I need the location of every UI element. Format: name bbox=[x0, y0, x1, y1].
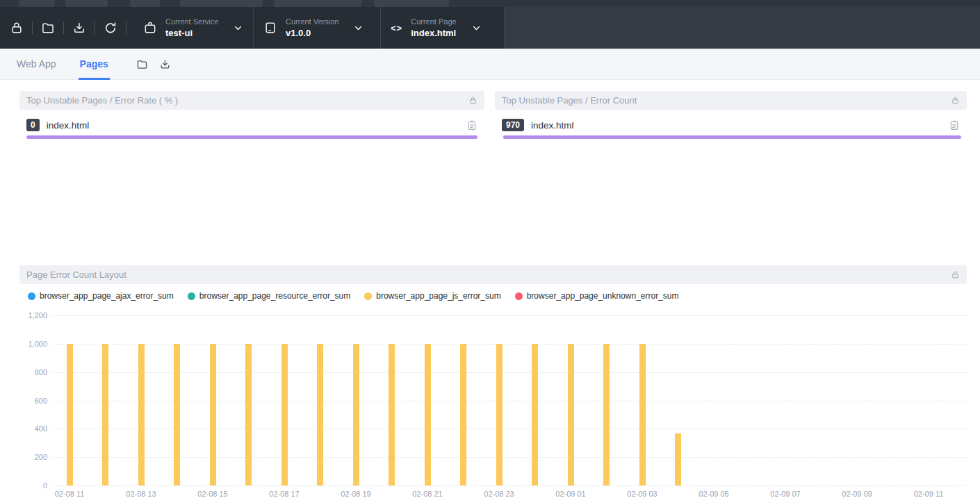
lock-icon[interactable] bbox=[951, 96, 960, 105]
card-title: Top Unstable Pages / Error Rate ( % ) bbox=[26, 95, 178, 106]
toolbar-separator bbox=[126, 22, 126, 34]
legend-dot-icon bbox=[188, 292, 195, 300]
bar-browser_app_page_js_error_sum-02-08 17[interactable] bbox=[281, 344, 288, 485]
x-axis-tick-label: 02-09 07 bbox=[754, 490, 817, 498]
legend-item-browser_app_page_ajax_error_sum[interactable]: browser_app_page_ajax_error_sum bbox=[28, 291, 174, 301]
folder-icon[interactable] bbox=[40, 7, 56, 49]
x-axis-tick-label: 02-08 11 bbox=[38, 490, 101, 498]
card-error-rate-row: 0 index.html bbox=[19, 117, 484, 133]
chevron-down-icon bbox=[472, 24, 481, 33]
bar-browser_app_page_js_error_sum-02-08 12[interactable] bbox=[102, 344, 108, 485]
bar-browser_app_page_js_error_sum-02-09 04[interactable] bbox=[675, 433, 681, 485]
x-axis-tick-label: 02-09 03 bbox=[611, 490, 673, 498]
gridline bbox=[52, 315, 966, 316]
bar-browser_app_page_js_error_sum-02-08 11[interactable] bbox=[67, 344, 73, 485]
y-axis-tick-label: 400 bbox=[0, 424, 47, 433]
folder-icon[interactable] bbox=[136, 58, 148, 70]
clipboard-icon[interactable] bbox=[466, 119, 477, 131]
x-axis-tick-label: 02-08 17 bbox=[253, 490, 316, 498]
bar-browser_app_page_js_error_sum-02-08 22[interactable] bbox=[460, 344, 466, 485]
value-badge: 970 bbox=[502, 119, 524, 131]
y-axis-tick-label: 600 bbox=[0, 396, 47, 406]
page-name: index.html bbox=[531, 120, 949, 131]
lock-icon[interactable] bbox=[951, 270, 960, 279]
gridline bbox=[52, 401, 966, 401]
bar-browser_app_page_js_error_sum-02-08 20[interactable] bbox=[389, 344, 395, 485]
selector-label: Current Page bbox=[411, 17, 456, 26]
current-page-selector[interactable]: <> Current Page index.html bbox=[381, 7, 499, 49]
toolbar-separator bbox=[32, 22, 33, 34]
clipped-button[interactable] bbox=[374, 0, 449, 7]
x-axis-tick-label: 02-08 15 bbox=[181, 490, 244, 498]
code-icon: <> bbox=[391, 23, 402, 33]
clipped-button[interactable] bbox=[19, 0, 55, 7]
chevron-down-icon bbox=[354, 24, 363, 33]
current-version-selector[interactable]: Current Version v1.0.0 bbox=[254, 7, 380, 49]
gridline bbox=[52, 457, 966, 458]
legend-item-browser_app_page_unknown_error_sum[interactable]: browser_app_page_unknown_error_sum bbox=[515, 291, 679, 301]
device-icon bbox=[263, 21, 277, 35]
refresh-icon[interactable] bbox=[102, 7, 119, 49]
gridline bbox=[52, 485, 966, 486]
lock-icon[interactable] bbox=[8, 7, 25, 49]
error-count-bar bbox=[503, 135, 961, 139]
error-rate-bar bbox=[26, 135, 477, 139]
bar-browser_app_page_js_error_sum-02-09 02[interactable] bbox=[603, 344, 610, 485]
bar-browser_app_page_js_error_sum-02-09 03[interactable] bbox=[639, 344, 646, 485]
bar-browser_app_page_js_error_sum-02-08 19[interactable] bbox=[353, 344, 359, 485]
bar-browser_app_page_js_error_sum-02-08 15[interactable] bbox=[210, 344, 216, 485]
bar-browser_app_page_js_error_sum-02-08 13[interactable] bbox=[138, 344, 145, 485]
x-axis-tick-label: 02-09 01 bbox=[539, 490, 602, 498]
bar-browser_app_page_js_error_sum-02-08 14[interactable] bbox=[174, 344, 180, 485]
legend-label: browser_app_page_resource_error_sum bbox=[199, 291, 350, 301]
chart-card-header: Page Error Count Layout bbox=[19, 265, 967, 284]
card-error-count-header: Top Unstable Pages / Error Count bbox=[495, 91, 967, 110]
download-icon[interactable] bbox=[159, 58, 171, 70]
download-icon[interactable] bbox=[71, 7, 88, 49]
value-badge: 0 bbox=[26, 119, 40, 131]
bar-browser_app_page_js_error_sum-02-09 00[interactable] bbox=[532, 344, 538, 485]
selector-value: index.html bbox=[411, 28, 456, 39]
bar-browser_app_page_js_error_sum-02-08 16[interactable] bbox=[245, 344, 252, 485]
gridline bbox=[52, 429, 966, 429]
error-count-bar-chart[interactable]: 02004006008001,0001,20002-08 1102-08 130… bbox=[0, 309, 980, 498]
toolbar-left-panel: Current Service test-ui Current Version … bbox=[0, 7, 505, 49]
y-axis-tick-label: 0 bbox=[0, 481, 47, 490]
bar-browser_app_page_js_error_sum-02-08 21[interactable] bbox=[425, 344, 431, 485]
x-axis-tick-label: 02-08 19 bbox=[325, 490, 387, 498]
card-title: Top Unstable Pages / Error Count bbox=[502, 95, 637, 106]
bar-browser_app_page_js_error_sum-02-08 18[interactable] bbox=[317, 344, 323, 485]
legend-label: browser_app_page_ajax_error_sum bbox=[40, 291, 174, 301]
gridline bbox=[52, 372, 966, 373]
x-axis-tick-label: 02-08 21 bbox=[396, 490, 459, 498]
clipped-button[interactable] bbox=[180, 0, 263, 7]
clipboard-icon[interactable] bbox=[949, 119, 960, 131]
card-title: Page Error Count Layout bbox=[26, 269, 126, 280]
current-service-selector[interactable]: Current Service test-ui bbox=[133, 7, 253, 49]
bar-browser_app_page_js_error_sum-02-09 01[interactable] bbox=[568, 344, 574, 485]
lock-icon[interactable] bbox=[468, 96, 477, 105]
x-axis-tick-label: 02-09 05 bbox=[683, 490, 745, 498]
x-axis-tick-label: 02-09 11 bbox=[897, 490, 960, 498]
clipped-button[interactable] bbox=[274, 0, 361, 7]
legend-item-browser_app_page_js_error_sum[interactable]: browser_app_page_js_error_sum bbox=[364, 291, 500, 301]
y-axis-tick-label: 800 bbox=[0, 367, 47, 377]
legend-label: browser_app_page_js_error_sum bbox=[376, 291, 500, 301]
page-tabbar: Web App Pages bbox=[0, 49, 980, 80]
x-axis-tick-label: 02-08 13 bbox=[110, 490, 172, 498]
selector-value: test-ui bbox=[165, 28, 218, 39]
legend-item-browser_app_page_resource_error_sum[interactable]: browser_app_page_resource_error_sum bbox=[188, 291, 350, 301]
clipped-button[interactable] bbox=[130, 0, 160, 7]
bar-browser_app_page_js_error_sum-02-08 23[interactable] bbox=[496, 344, 503, 485]
y-axis-tick-label: 1,000 bbox=[0, 339, 47, 349]
selector-label: Current Version bbox=[286, 17, 338, 26]
tab-web-app[interactable]: Web App bbox=[17, 49, 56, 80]
selector-label: Current Service bbox=[165, 17, 218, 26]
page-name: index.html bbox=[47, 120, 466, 131]
gridline bbox=[52, 344, 966, 345]
tab-pages[interactable]: Pages bbox=[80, 49, 108, 80]
clipped-button[interactable] bbox=[65, 0, 108, 7]
toolbar-separator bbox=[95, 22, 95, 34]
y-axis-tick-label: 200 bbox=[0, 452, 47, 462]
legend-label: browser_app_page_unknown_error_sum bbox=[527, 291, 679, 301]
